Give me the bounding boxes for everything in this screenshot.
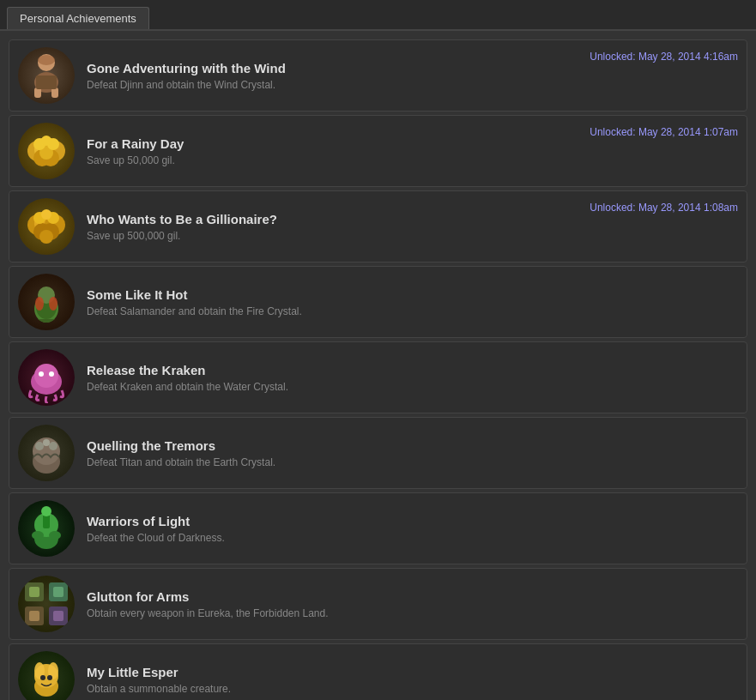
achievement-info-hot: Some Like It HotDefeat Salamander and ob… xyxy=(87,287,738,317)
achievement-description: Defeat the Cloud of Darkness. xyxy=(87,532,738,544)
svg-rect-4 xyxy=(36,75,57,89)
achievement-description: Defeat Salamander and obtain the Fire Cr… xyxy=(87,305,738,317)
achievement-title: Warriors of Light xyxy=(87,514,738,528)
achievement-icon-warriors xyxy=(18,500,75,557)
achievement-icon-kraken xyxy=(18,349,75,406)
tab-bar: Personal Achievements xyxy=(0,0,756,31)
svg-rect-48 xyxy=(29,587,39,597)
achievement-info-kraken: Release the KrakenDefeat Kraken and obta… xyxy=(87,363,738,393)
achievement-title: Quelling the Tremors xyxy=(87,438,738,453)
svg-point-14 xyxy=(41,136,51,146)
list-item: Glutton for ArmsObtain every weapon in E… xyxy=(9,568,747,640)
list-item: Who Wants to Be a Gillionaire?Save up 50… xyxy=(9,190,747,262)
achievement-info-gillionaire: Who Wants to Be a Gillionaire?Save up 50… xyxy=(87,212,590,242)
achievement-icon-adventuring xyxy=(18,47,75,104)
achievement-description: Obtain every weapon in Eureka, the Forbi… xyxy=(87,607,738,619)
svg-point-35 xyxy=(35,442,44,450)
achievement-description: Defeat Kraken and obtain the Water Cryst… xyxy=(87,381,738,393)
achievement-description: Defeat Djinn and obtain the Wind Crystal… xyxy=(87,79,590,91)
achievement-info-warriors: Warriors of LightDefeat the Cloud of Dar… xyxy=(87,514,738,544)
tab-personal-achievements[interactable]: Personal Achievements xyxy=(7,7,149,29)
list-item: Release the KrakenDefeat Kraken and obta… xyxy=(9,341,747,413)
svg-point-28 xyxy=(49,297,57,311)
achievement-title: Release the Kraken xyxy=(87,363,738,377)
svg-point-41 xyxy=(41,506,51,516)
svg-rect-51 xyxy=(53,611,64,621)
achievement-title: Gone Adventuring with the Wind xyxy=(87,61,590,75)
svg-point-30 xyxy=(34,364,58,388)
achievement-list: Gone Adventuring with the WindDefeat Dji… xyxy=(9,39,747,700)
achievement-icon-tremors xyxy=(18,425,75,481)
achievement-info-glutton: Glutton for ArmsObtain every weapon in E… xyxy=(87,589,738,619)
content-area: Gone Adventuring with the WindDefeat Dji… xyxy=(0,31,756,700)
list-item: My Little EsperObtain a summonable creat… xyxy=(9,643,747,700)
list-item: Quelling the TremorsDefeat Titan and obt… xyxy=(9,417,747,489)
svg-point-31 xyxy=(39,371,44,377)
achievement-icon-hot xyxy=(18,274,75,330)
svg-point-57 xyxy=(47,675,52,680)
svg-point-5 xyxy=(38,55,55,65)
achievement-icon-esper xyxy=(18,651,75,700)
list-item: Gone Adventuring with the WindDefeat Dji… xyxy=(9,39,747,112)
achievement-info-rainy: For a Rainy DaySave up 50,000 gil. xyxy=(87,136,590,166)
svg-point-37 xyxy=(43,439,50,446)
achievement-title: For a Rainy Day xyxy=(87,136,590,151)
svg-point-23 xyxy=(41,209,51,220)
achievement-info-tremors: Quelling the TremorsDefeat Titan and obt… xyxy=(87,438,738,468)
svg-point-32 xyxy=(49,371,54,377)
achievement-icon-gillionaire xyxy=(18,198,75,255)
achievement-unlock-date: Unlocked: May 28, 2014 1:08am xyxy=(590,198,738,214)
achievement-icon-glutton xyxy=(18,576,75,632)
list-item: For a Rainy DaySave up 50,000 gil.Unlock… xyxy=(9,115,747,187)
achievement-info-adventuring: Gone Adventuring with the WindDefeat Dji… xyxy=(87,61,590,91)
svg-point-56 xyxy=(40,675,45,680)
achievement-unlock-date: Unlocked: May 28, 2014 1:07am xyxy=(590,123,738,138)
svg-rect-49 xyxy=(53,587,64,597)
list-item: Some Like It HotDefeat Salamander and ob… xyxy=(9,266,747,338)
achievement-title: Glutton for Arms xyxy=(87,589,738,604)
achievement-title: My Little Esper xyxy=(87,665,738,679)
svg-point-20 xyxy=(39,230,53,244)
achievement-description: Save up 500,000 gil. xyxy=(87,230,590,242)
achievement-info-esper: My Little EsperObtain a summonable creat… xyxy=(87,665,738,695)
achievement-description: Defeat Titan and obtain the Earth Crysta… xyxy=(87,456,738,468)
achievement-title: Who Wants to Be a Gillionaire? xyxy=(87,212,590,226)
svg-point-42 xyxy=(32,531,44,540)
svg-point-27 xyxy=(35,297,44,311)
achievement-icon-rainy xyxy=(18,123,75,179)
list-item: Warriors of LightDefeat the Cloud of Dar… xyxy=(9,492,747,564)
achievement-unlock-date: Unlocked: May 28, 2014 4:16am xyxy=(590,47,738,63)
svg-rect-50 xyxy=(29,611,39,621)
achievement-description: Save up 50,000 gil. xyxy=(87,154,590,166)
svg-point-43 xyxy=(49,531,61,540)
achievement-description: Obtain a summonable creature. xyxy=(87,683,738,695)
achievement-title: Some Like It Hot xyxy=(87,287,738,302)
svg-point-36 xyxy=(49,442,57,450)
